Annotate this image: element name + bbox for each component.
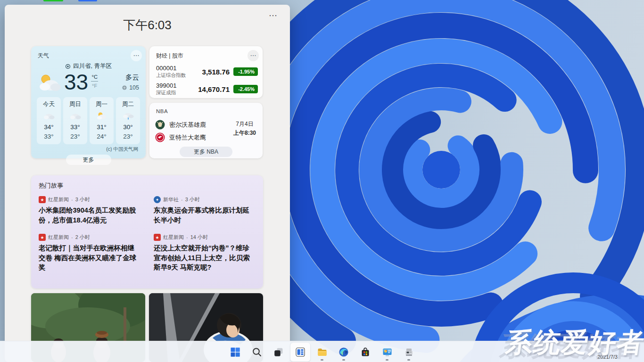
news-headline[interactable]: 东京奥运会开幕式将比原计划延长半小时 [154,206,256,225]
weather-widget[interactable]: 天气 ⋯ 四川省, 青羊区 33 °C °F 多 [31,46,146,158]
hongxing-news-icon: ★ [154,234,161,241]
tray-date: 2021/7/3 [597,354,618,360]
forecast-day[interactable]: 周一 31° 24° [90,97,114,144]
stock-name: 上证综合指数 [156,72,186,79]
running-indicator [407,359,410,361]
finance-title: 财经 | 股市 [149,46,263,60]
weather-condition: 多云 [122,73,139,82]
game-time: 7月4日 上午8:30 [233,120,256,137]
wallpaper-bloom [262,0,644,362]
media-app-button[interactable] [377,343,397,362]
panel-clock: 下午6:03 [5,17,290,33]
air-quality-icon [122,85,127,90]
bucks-logo-icon [155,120,165,130]
nba-more-link[interactable]: 更多 NBA [180,147,232,157]
unit-divider [91,81,98,82]
top-strip-green [43,0,63,1]
stock-change-badge: -1.95% [233,67,258,76]
news-meta: ✦ 新华社 · 3 小时 [154,196,256,203]
edge-button[interactable] [334,343,354,362]
fax-printer-button[interactable] [399,343,419,362]
news-item[interactable]: ★ 红星新闻 · 2 小时 老记散打｜当对手在欧洲杯相继交卷 梅西在美洲杯又瞄准… [39,234,140,272]
team-name: 密尔沃基雄鹿 [169,121,206,129]
top-stories-widget: 热门故事 ★ 红星新闻 · 3 小时 小米集团给3904名员工发奖励股份，总市值… [31,175,263,288]
partly-sunny-icon [96,112,108,120]
stock-value: 3,518.76 [202,68,230,76]
news-headline[interactable]: 还没上太空就开始“内卷”？维珍宣布创始人11日上太空，比贝索斯早9天 马斯克呢? [154,243,256,272]
nba-widget[interactable]: NBA 密尔沃基雄鹿 亚特兰大老鹰 7月4日 上午8 [149,103,263,158]
windows-logo-icon [230,347,240,357]
weather-title: 天气 [31,46,146,60]
finance-more-button[interactable]: ⋯ [248,50,259,61]
cloudy-icon [43,112,55,120]
partly-cloudy-icon [38,73,62,92]
news-item[interactable]: ★ 红星新闻 · 3 小时 小米集团给3904名员工发奖励股份，总市值18.4亿… [39,196,140,225]
nba-title: NBA [149,103,263,114]
news-headline[interactable]: 小米集团给3904名员工发奖励股份，总市值18.4亿港元 [39,206,140,225]
start-button[interactable] [225,343,245,362]
xinhua-news-icon: ✦ [154,196,161,203]
search-icon [252,347,262,357]
folder-icon [317,347,328,357]
forecast-day[interactable]: 今天 34° 33° [37,97,61,144]
file-explorer-button[interactable] [312,343,332,362]
taskbar: 2021/7/3 [0,341,644,362]
edge-icon [339,347,349,357]
forecast-row: 今天 34° 33° 周日 33° 23° 周一 [31,93,146,144]
top-strip-blue [78,0,97,1]
stock-value: 14,670.71 [198,85,230,93]
fax-printer-icon [404,347,414,357]
search-button[interactable] [247,343,267,362]
stock-row[interactable]: 399001 深证成指 14,670.71 -2.45% [156,82,258,96]
forecast-day[interactable]: 周二 30° 23° [116,97,140,144]
temperature-value: 33 [64,71,88,93]
cloudy-icon [69,112,82,120]
team-name: 亚特兰大老鹰 [169,133,206,142]
stock-code: 000001 [156,65,186,72]
stock-row[interactable]: 000001 上证综合指数 3,518.76 -1.95% [156,65,258,79]
stock-name: 深证成指 [156,90,176,96]
finance-widget[interactable]: 财经 | 股市 ⋯ 000001 上证综合指数 3,518.76 -1.95% … [149,46,263,98]
store-icon [360,347,371,357]
unit-fahrenheit[interactable]: °F [92,83,97,89]
news-meta: ★ 红星新闻 · 14 小时 [154,234,256,241]
hongxing-news-icon: ★ [39,196,46,203]
weather-location: 四川省, 青羊区 [73,62,112,70]
unit-celsius[interactable]: °C [92,74,98,80]
store-button[interactable] [355,343,375,362]
panel-more-button[interactable]: ⋯ [269,10,278,21]
aqi-value: 105 [129,84,139,91]
widgets-button[interactable] [290,343,310,362]
weather-more-link[interactable]: 更多 [66,155,111,165]
location-pin-icon [65,64,71,69]
weather-more-button[interactable]: ⋯ [131,50,142,61]
news-item[interactable]: ✦ 新华社 · 3 小时 东京奥运会开幕式将比原计划延长半小时 [154,196,256,225]
widgets-icon [295,347,305,357]
news-meta: ★ 红星新闻 · 3 小时 [39,196,140,203]
weather-source: (c) 中国天气网 [31,144,146,153]
news-meta: ★ 红星新闻 · 2 小时 [39,234,140,241]
widgets-panel: 下午6:03 ⋯ 天气 ⋯ 四川省, 青羊区 33 °C °F [5,5,290,362]
hawks-logo-icon [155,132,165,142]
news-item[interactable]: ★ 红星新闻 · 14 小时 还没上太空就开始“内卷”？维珍宣布创始人11日上太… [154,234,256,272]
news-headline[interactable]: 老记散打｜当对手在欧洲杯相继交卷 梅西在美洲杯又瞄准了金球奖 [39,243,140,272]
forecast-day[interactable]: 周日 33° 23° [63,97,87,144]
task-view-button[interactable] [269,343,289,362]
running-indicator [386,359,388,361]
running-indicator [321,359,323,361]
stock-code: 399001 [156,82,176,89]
running-indicator [342,359,345,361]
stock-change-badge: -2.45% [233,85,258,93]
media-app-icon [382,347,393,357]
hongxing-news-icon: ★ [39,234,46,241]
tray-clock[interactable]: 2021/7/3 [597,354,618,360]
top-stories-title: 热门故事 [31,175,263,190]
task-view-icon [273,347,284,357]
rain-icon [122,112,134,120]
